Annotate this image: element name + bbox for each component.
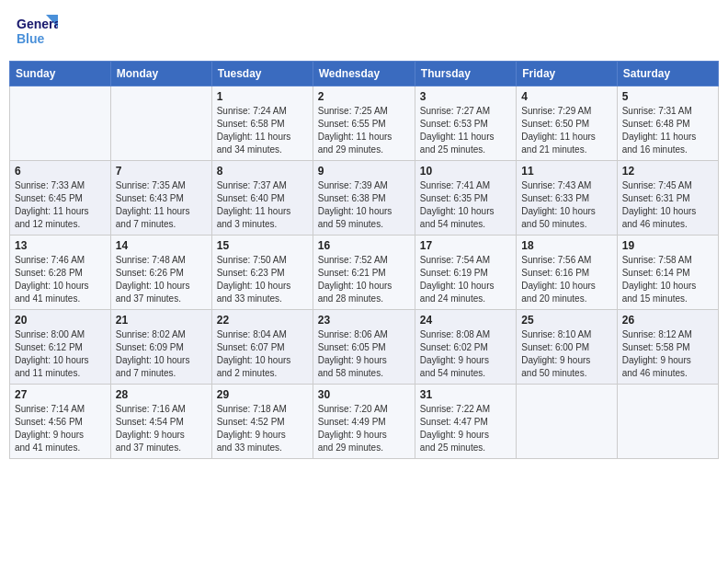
day-detail: Sunrise: 7:39 AM Sunset: 6:38 PM Dayligh… [318, 179, 410, 231]
day-detail: Sunrise: 7:22 AM Sunset: 4:47 PM Dayligh… [420, 403, 511, 454]
day-detail: Sunrise: 7:33 AM Sunset: 6:45 PM Dayligh… [15, 179, 106, 231]
calendar-cell [10, 86, 111, 161]
day-number: 2 [318, 90, 410, 103]
calendar-week-row: 27Sunrise: 7:14 AM Sunset: 4:56 PM Dayli… [10, 385, 719, 459]
calendar-week-row: 6Sunrise: 7:33 AM Sunset: 6:45 PM Daylig… [10, 161, 719, 236]
weekday-header: Thursday [415, 62, 516, 86]
day-detail: Sunrise: 7:24 AM Sunset: 6:58 PM Dayligh… [217, 105, 308, 156]
day-number: 4 [521, 90, 611, 103]
day-detail: Sunrise: 7:46 AM Sunset: 6:28 PM Dayligh… [15, 254, 106, 305]
calendar-cell: 22Sunrise: 8:04 AM Sunset: 6:07 PM Dayli… [211, 310, 313, 385]
calendar-cell: 14Sunrise: 7:48 AM Sunset: 6:26 PM Dayli… [110, 236, 211, 310]
calendar-cell: 1Sunrise: 7:24 AM Sunset: 6:58 PM Daylig… [211, 86, 313, 161]
weekday-header: Saturday [617, 62, 718, 86]
day-number: 10 [420, 165, 511, 178]
logo: GeneralBlue [17, 13, 58, 50]
calendar-cell: 4Sunrise: 7:29 AM Sunset: 6:50 PM Daylig… [517, 86, 617, 161]
day-detail: Sunrise: 8:10 AM Sunset: 6:00 PM Dayligh… [521, 328, 611, 380]
calendar-cell: 31Sunrise: 7:22 AM Sunset: 4:47 PM Dayli… [415, 385, 516, 459]
day-number: 14 [116, 239, 207, 252]
calendar-cell: 16Sunrise: 7:52 AM Sunset: 6:21 PM Dayli… [313, 236, 415, 310]
day-number: 27 [15, 388, 106, 401]
weekday-header: Monday [110, 62, 211, 86]
calendar-week-row: 13Sunrise: 7:46 AM Sunset: 6:28 PM Dayli… [10, 236, 719, 310]
day-number: 3 [420, 90, 511, 103]
weekday-header: Sunday [10, 62, 111, 86]
day-number: 22 [217, 314, 308, 327]
logo-svg: GeneralBlue [17, 13, 58, 50]
calendar-cell: 28Sunrise: 7:16 AM Sunset: 4:54 PM Dayli… [110, 385, 211, 459]
page-header: GeneralBlue [9, 9, 719, 53]
calendar-cell [110, 86, 211, 161]
calendar-cell: 7Sunrise: 7:35 AM Sunset: 6:43 PM Daylig… [110, 161, 211, 236]
calendar-cell: 27Sunrise: 7:14 AM Sunset: 4:56 PM Dayli… [10, 385, 111, 459]
day-detail: Sunrise: 7:35 AM Sunset: 6:43 PM Dayligh… [116, 179, 207, 231]
day-detail: Sunrise: 8:00 AM Sunset: 6:12 PM Dayligh… [15, 328, 106, 380]
day-detail: Sunrise: 7:16 AM Sunset: 4:54 PM Dayligh… [116, 403, 207, 454]
day-detail: Sunrise: 7:37 AM Sunset: 6:40 PM Dayligh… [217, 179, 308, 231]
day-detail: Sunrise: 7:29 AM Sunset: 6:50 PM Dayligh… [521, 105, 611, 156]
day-number: 15 [217, 239, 308, 252]
calendar-cell: 10Sunrise: 7:41 AM Sunset: 6:35 PM Dayli… [415, 161, 516, 236]
calendar-cell: 5Sunrise: 7:31 AM Sunset: 6:48 PM Daylig… [617, 86, 718, 161]
calendar-week-row: 20Sunrise: 8:00 AM Sunset: 6:12 PM Dayli… [10, 310, 719, 385]
day-number: 11 [521, 165, 611, 178]
day-number: 29 [217, 388, 308, 401]
day-detail: Sunrise: 7:27 AM Sunset: 6:53 PM Dayligh… [420, 105, 511, 156]
day-detail: Sunrise: 7:56 AM Sunset: 6:16 PM Dayligh… [521, 254, 611, 305]
day-detail: Sunrise: 8:12 AM Sunset: 5:58 PM Dayligh… [622, 328, 713, 380]
day-detail: Sunrise: 7:54 AM Sunset: 6:19 PM Dayligh… [420, 254, 511, 305]
weekday-header: Friday [517, 62, 617, 86]
day-detail: Sunrise: 7:14 AM Sunset: 4:56 PM Dayligh… [15, 403, 106, 454]
day-number: 23 [318, 314, 410, 327]
calendar-cell: 9Sunrise: 7:39 AM Sunset: 6:38 PM Daylig… [313, 161, 415, 236]
day-detail: Sunrise: 8:02 AM Sunset: 6:09 PM Dayligh… [116, 328, 207, 380]
day-number: 8 [217, 165, 308, 178]
weekday-header: Wednesday [313, 62, 415, 86]
calendar-cell: 8Sunrise: 7:37 AM Sunset: 6:40 PM Daylig… [211, 161, 313, 236]
day-detail: Sunrise: 7:18 AM Sunset: 4:52 PM Dayligh… [217, 403, 308, 454]
calendar-cell: 2Sunrise: 7:25 AM Sunset: 6:55 PM Daylig… [313, 86, 415, 161]
calendar-week-row: 1Sunrise: 7:24 AM Sunset: 6:58 PM Daylig… [10, 86, 719, 161]
calendar-cell: 6Sunrise: 7:33 AM Sunset: 6:45 PM Daylig… [10, 161, 111, 236]
day-number: 30 [318, 388, 410, 401]
svg-text:Blue: Blue [17, 31, 45, 46]
day-detail: Sunrise: 7:43 AM Sunset: 6:33 PM Dayligh… [521, 179, 611, 231]
day-number: 20 [15, 314, 106, 327]
day-detail: Sunrise: 7:25 AM Sunset: 6:55 PM Dayligh… [318, 105, 410, 156]
calendar-cell: 13Sunrise: 7:46 AM Sunset: 6:28 PM Dayli… [10, 236, 111, 310]
calendar-cell: 3Sunrise: 7:27 AM Sunset: 6:53 PM Daylig… [415, 86, 516, 161]
day-number: 26 [622, 314, 713, 327]
day-detail: Sunrise: 7:31 AM Sunset: 6:48 PM Dayligh… [622, 105, 713, 156]
calendar-cell: 26Sunrise: 8:12 AM Sunset: 5:58 PM Dayli… [617, 310, 718, 385]
calendar-cell: 25Sunrise: 8:10 AM Sunset: 6:00 PM Dayli… [517, 310, 617, 385]
day-detail: Sunrise: 7:41 AM Sunset: 6:35 PM Dayligh… [420, 179, 511, 231]
svg-text:General: General [17, 17, 58, 31]
day-detail: Sunrise: 7:48 AM Sunset: 6:26 PM Dayligh… [116, 254, 207, 305]
day-number: 25 [521, 314, 611, 327]
calendar-cell [617, 385, 718, 459]
day-detail: Sunrise: 8:06 AM Sunset: 6:05 PM Dayligh… [318, 328, 410, 380]
calendar-cell: 21Sunrise: 8:02 AM Sunset: 6:09 PM Dayli… [110, 310, 211, 385]
day-number: 13 [15, 239, 106, 252]
calendar-cell [517, 385, 617, 459]
day-number: 18 [521, 239, 611, 252]
calendar-cell: 15Sunrise: 7:50 AM Sunset: 6:23 PM Dayli… [211, 236, 313, 310]
calendar-cell: 30Sunrise: 7:20 AM Sunset: 4:49 PM Dayli… [313, 385, 415, 459]
day-number: 1 [217, 90, 308, 103]
day-detail: Sunrise: 7:45 AM Sunset: 6:31 PM Dayligh… [622, 179, 713, 231]
calendar-cell: 18Sunrise: 7:56 AM Sunset: 6:16 PM Dayli… [517, 236, 617, 310]
calendar-cell: 11Sunrise: 7:43 AM Sunset: 6:33 PM Dayli… [517, 161, 617, 236]
day-number: 6 [15, 165, 106, 178]
day-number: 28 [116, 388, 207, 401]
day-number: 17 [420, 239, 511, 252]
calendar-header: SundayMondayTuesdayWednesdayThursdayFrid… [10, 62, 719, 86]
day-number: 7 [116, 165, 207, 178]
day-detail: Sunrise: 7:52 AM Sunset: 6:21 PM Dayligh… [318, 254, 410, 305]
day-number: 9 [318, 165, 410, 178]
calendar-cell: 12Sunrise: 7:45 AM Sunset: 6:31 PM Dayli… [617, 161, 718, 236]
calendar-cell: 20Sunrise: 8:00 AM Sunset: 6:12 PM Dayli… [10, 310, 111, 385]
calendar-cell: 23Sunrise: 8:06 AM Sunset: 6:05 PM Dayli… [313, 310, 415, 385]
calendar-cell: 19Sunrise: 7:58 AM Sunset: 6:14 PM Dayli… [617, 236, 718, 310]
calendar-cell: 24Sunrise: 8:08 AM Sunset: 6:02 PM Dayli… [415, 310, 516, 385]
